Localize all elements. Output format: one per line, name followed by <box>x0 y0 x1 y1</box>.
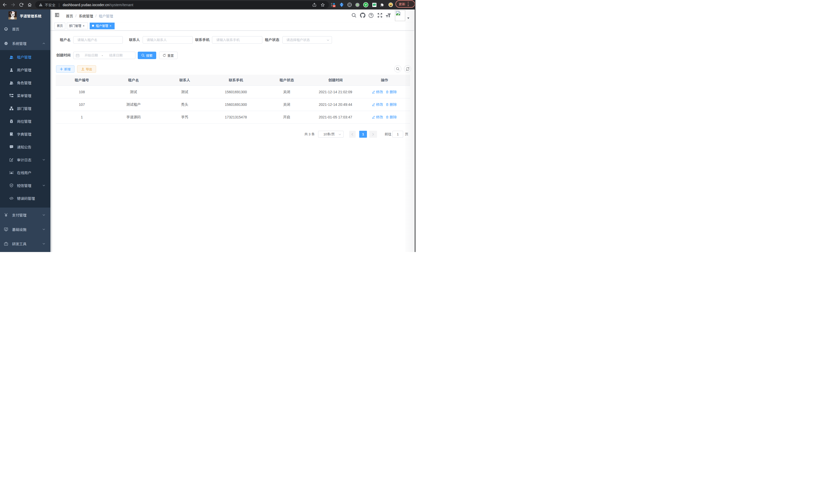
svg-text:10: 10 <box>333 5 335 7</box>
